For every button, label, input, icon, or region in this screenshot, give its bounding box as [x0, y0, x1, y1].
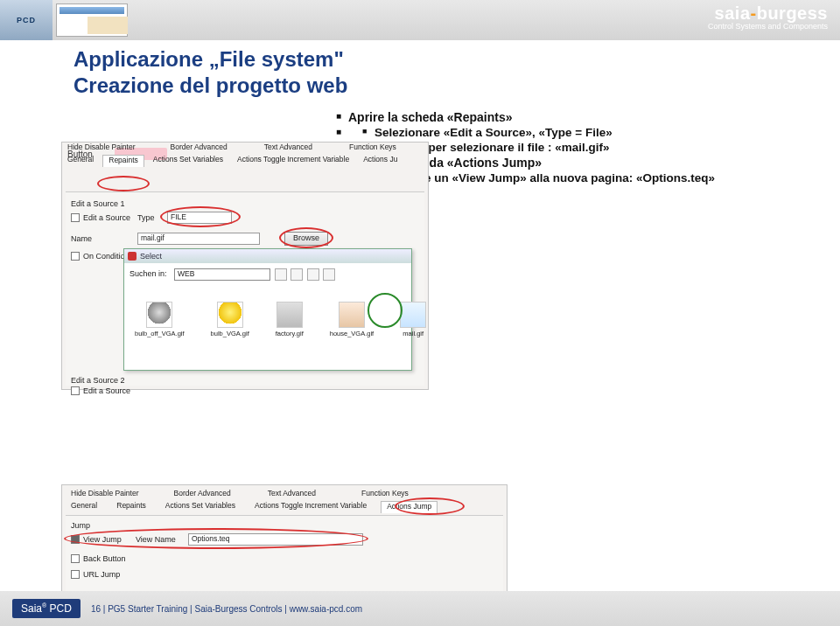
newfolder-icon[interactable]	[307, 268, 319, 281]
tab-general[interactable]: General	[62, 155, 99, 167]
folder-dropdown[interactable]: WEB	[174, 268, 270, 281]
brand: saia-burgess Control Systems and Compone…	[708, 3, 828, 31]
header-bar: PCD saia-burgess Control Systems and Com…	[0, 0, 840, 40]
bullet-5-text: Impostare un «View Jump» alla nuova pagi…	[362, 171, 822, 184]
select-dialog: Select Suchen in: WEB bulb_off_VGA.gif b…	[123, 248, 412, 371]
on-condition-label: On Condition	[83, 252, 130, 261]
slide-content: Applicazione „File system" Creazione del…	[0, 47, 840, 591]
file-mail-label: mail.gif	[402, 330, 424, 337]
brand-logo-a: saia	[715, 3, 751, 23]
brand-logo-b: burgess	[757, 3, 828, 23]
bullet-2-text: Selezionare «Edit a Source», «Type = Fil…	[362, 126, 822, 139]
file-mail[interactable]: mail.gif	[400, 302, 426, 337]
tab-hide-disable[interactable]: Hide Disable Painter	[62, 143, 140, 155]
type-label: Type	[137, 213, 155, 222]
name-value: mail.gif	[138, 233, 164, 242]
checkbox-on-condition[interactable]	[71, 252, 80, 261]
tabs-row-top: Hide Disable Painter Border Advanced Tex…	[62, 143, 402, 155]
oval-repaints	[97, 176, 150, 191]
bullet-3-text: Sfogliare per selezionare il file : «mai…	[362, 141, 822, 154]
file-factory-label: factory.gif	[276, 330, 304, 337]
edit-source-2-chk-label: Edit a Source	[83, 386, 130, 395]
oval-actions-jump	[395, 497, 465, 515]
lookin-label: Suchen in:	[130, 269, 167, 278]
select-title: Select	[140, 252, 162, 261]
tab-actions-set-vars[interactable]: Actions Set Variables	[148, 155, 228, 167]
s2-tab-setvar[interactable]: Actions Set Variables	[160, 501, 241, 513]
tab-border-adv[interactable]: Border Advanced	[164, 143, 232, 155]
back-button-label: Back Button	[83, 554, 126, 563]
house-icon	[339, 302, 365, 328]
mail-icon	[400, 302, 426, 328]
tab-actions-toggle[interactable]: Actions Toggle Increment Variable	[232, 155, 354, 167]
back-icon[interactable]	[275, 268, 287, 281]
pcd-badge: PCD	[0, 0, 52, 40]
footer-logo: Saia® PCD	[12, 599, 80, 618]
checkbox-edit-source-2[interactable]	[71, 386, 80, 395]
oval-mail	[368, 293, 402, 328]
reg-icon: ®	[42, 602, 46, 609]
oval-browse	[279, 227, 333, 248]
screenshot-2: Hide Disable Painter Border Advanced Tex…	[61, 484, 508, 607]
header-thumbnail	[56, 3, 128, 37]
oval-type	[160, 206, 241, 227]
file-bulb-off-label: bulb_off_VGA.gif	[135, 330, 185, 337]
s2-tab-toggle[interactable]: Actions Toggle Increment Variable	[249, 501, 372, 513]
file-factory[interactable]: factory.gif	[276, 302, 304, 337]
s2-tabs-top: Hide Disable Painter Border Advanced Tex…	[66, 489, 414, 501]
name-label: Name	[71, 234, 92, 243]
screenshot-1: Button Hide Disable Painter Border Advan…	[61, 142, 429, 390]
edit-source-2-label: Edit a Source 2	[71, 376, 125, 385]
up-icon[interactable]	[290, 268, 303, 281]
file-grid: bulb_off_VGA.gif bulb_VGA.gif factory.gi…	[135, 302, 406, 337]
s1-panel: Edit a Source 1 Edit a Source Type FILE …	[66, 191, 424, 386]
brand-dash-icon: -	[751, 3, 757, 23]
file-house-label: house_VGA.gif	[330, 330, 374, 337]
bulb-off-icon	[146, 302, 172, 328]
page-title-1: Applicazione „File system"	[74, 47, 822, 72]
url-jump-label: URL Jump	[83, 570, 120, 579]
jump-label: Jump	[71, 521, 90, 530]
s2-tab-hide[interactable]: Hide Disable Painter	[66, 489, 144, 501]
file-bulb-off[interactable]: bulb_off_VGA.gif	[135, 302, 185, 337]
bullet-1: Aprire la scheda «Repaints»	[336, 110, 822, 124]
tab-repaints[interactable]: Repaints	[102, 155, 144, 167]
oval-view-jump-row	[64, 528, 368, 549]
footer-text: 16 | PG5 Starter Training | Saia-Burgess…	[91, 604, 362, 614]
name-input[interactable]: mail.gif	[137, 233, 260, 245]
select-app-icon	[128, 252, 136, 261]
factory-icon	[276, 302, 303, 328]
tab-function-keys[interactable]: Function Keys	[344, 143, 402, 155]
edit-source-label: Edit a Source	[83, 213, 130, 222]
tab-text-adv[interactable]: Text Advanced	[259, 143, 318, 155]
s2-tab-general[interactable]: General	[66, 501, 102, 513]
brand-tagline: Control Systems and Components	[708, 22, 828, 31]
footer-logo-b: PCD	[50, 602, 72, 615]
s2-tab-text[interactable]: Text Advanced	[262, 489, 321, 501]
view-icon[interactable]	[323, 268, 335, 281]
tabs-row-bottom: General Repaints Actions Set Variables A…	[62, 155, 402, 167]
brand-logo: saia-burgess	[708, 3, 828, 24]
folder-value: WEB	[178, 269, 194, 278]
s2-tab-border[interactable]: Border Advanced	[168, 489, 235, 501]
s2-tab-repaints[interactable]: Repaints	[111, 501, 151, 513]
select-titlebar: Select	[124, 249, 411, 263]
select-body: Suchen in: WEB bulb_off_VGA.gif bulb_VGA…	[124, 263, 411, 343]
bulb-on-icon	[217, 302, 243, 328]
tab-actions-jump-cut[interactable]: Actions Ju	[358, 155, 402, 167]
s2-panel: Jump View Jump View Name Options.teq Bac…	[66, 515, 503, 602]
checkbox-url-jump[interactable]	[71, 570, 80, 579]
checkbox-back-button[interactable]	[71, 554, 80, 563]
s2-tabs-bot: General Repaints Actions Set Variables A…	[66, 501, 438, 513]
file-bulb-on[interactable]: bulb_VGA.gif	[211, 302, 249, 337]
pcd-badge-text: PCD	[17, 16, 36, 24]
page-title-2: Creazione del progetto web	[74, 73, 822, 98]
edit-source-1-label: Edit a Source 1	[71, 199, 125, 208]
footer: Saia® PCD 16 | PG5 Starter Training | Sa…	[0, 591, 840, 626]
checkbox-edit-source[interactable]	[71, 213, 80, 222]
file-bulb-on-label: bulb_VGA.gif	[211, 330, 249, 337]
footer-logo-a: Saia	[21, 602, 42, 615]
